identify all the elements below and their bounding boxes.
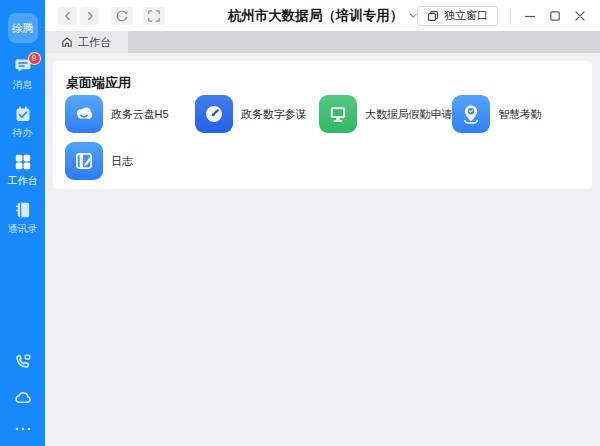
chevron-left-icon bbox=[62, 10, 74, 22]
sidebar-item-label: 通讯录 bbox=[8, 222, 38, 236]
standalone-window-label: 独立窗口 bbox=[444, 8, 488, 23]
app-smart-attendance[interactable]: 智慧考勤 bbox=[452, 95, 542, 133]
desktop-apps-card: 桌面端应用 政务云盘 bbox=[53, 61, 592, 189]
sidebar-item-label: 工作台 bbox=[8, 174, 38, 188]
app-window: 徐腾 9 消息 bbox=[0, 0, 600, 446]
monitor-app-icon bbox=[319, 95, 357, 133]
back-button[interactable] bbox=[58, 7, 77, 25]
app-attendance-request[interactable]: 大数据局假勤申请 bbox=[319, 95, 452, 133]
org-title-dropdown[interactable]: 杭州市大数据局（培训专用） bbox=[228, 0, 418, 31]
chat-bubble-icon: 9 bbox=[14, 57, 32, 75]
fullscreen-button[interactable] bbox=[143, 7, 165, 25]
maximize-icon bbox=[549, 10, 561, 22]
unread-count-badge: 9 bbox=[28, 52, 41, 65]
app-label: 智慧考勤 bbox=[498, 107, 542, 122]
minimize-button[interactable] bbox=[517, 4, 542, 28]
minimize-icon bbox=[524, 10, 536, 22]
topbar-right: 独立窗口 bbox=[417, 4, 592, 28]
app-cloud-drive-h5[interactable]: 政务云盘H5 bbox=[65, 95, 168, 133]
sidebar-item-contacts[interactable]: 通讯录 bbox=[0, 201, 45, 236]
app-label: 政务数字参谋 bbox=[241, 107, 306, 122]
location-pin-check-app-icon bbox=[452, 95, 490, 133]
app-journal[interactable]: 日志 bbox=[65, 142, 133, 180]
sidebar-item-label: 待办 bbox=[13, 126, 33, 140]
workbench-content: 桌面端应用 政务云盘 bbox=[45, 53, 600, 446]
sidebar: 徐腾 9 消息 bbox=[0, 0, 45, 446]
app-digital-advisor[interactable]: 政务数字参谋 bbox=[195, 95, 306, 133]
window-copy-icon bbox=[427, 10, 439, 22]
cloud-app-icon bbox=[65, 95, 103, 133]
sidebar-item-label: 消息 bbox=[13, 78, 33, 92]
journal-pen-app-icon bbox=[65, 142, 103, 180]
avatar[interactable]: 徐腾 bbox=[8, 13, 38, 43]
topbar: 杭州市大数据局（培训专用） 独立窗口 bbox=[45, 0, 600, 31]
home-icon bbox=[61, 36, 73, 48]
app-label: 日志 bbox=[111, 154, 133, 169]
more-dots-icon[interactable] bbox=[14, 424, 32, 434]
refresh-button[interactable] bbox=[111, 7, 133, 25]
sidebar-nav: 9 消息 待办 bbox=[0, 57, 45, 236]
cloud-disk-icon[interactable] bbox=[13, 388, 33, 408]
caret-down-icon bbox=[409, 13, 417, 19]
tab-workbench[interactable]: 工作台 bbox=[45, 31, 128, 53]
page-title: 杭州市大数据局（培训专用） bbox=[228, 7, 404, 25]
section-title: 桌面端应用 bbox=[66, 74, 131, 92]
tab-bar: 工作台 bbox=[45, 31, 600, 53]
standalone-window-button[interactable]: 独立窗口 bbox=[417, 6, 498, 26]
chevron-right-icon bbox=[84, 10, 96, 22]
app-label: 大数据局假勤申请 bbox=[365, 107, 452, 122]
forward-button[interactable] bbox=[80, 7, 99, 25]
gauge-app-icon bbox=[195, 95, 233, 133]
todo-calendar-check-icon bbox=[14, 105, 32, 123]
maximize-button[interactable] bbox=[542, 4, 567, 28]
fullscreen-icon bbox=[147, 9, 161, 23]
workbench-grid-icon bbox=[14, 153, 32, 171]
contacts-book-icon bbox=[14, 201, 32, 219]
history-nav-group bbox=[58, 7, 99, 25]
close-icon bbox=[574, 10, 586, 22]
close-button[interactable] bbox=[567, 4, 592, 28]
sidebar-item-messages[interactable]: 9 消息 bbox=[0, 57, 45, 92]
topbar-divider bbox=[510, 9, 511, 23]
app-label: 政务云盘H5 bbox=[111, 107, 168, 122]
avatar-initials: 徐腾 bbox=[12, 21, 34, 36]
phone-call-icon[interactable] bbox=[13, 352, 33, 372]
refresh-icon bbox=[115, 9, 129, 23]
sidebar-bottom bbox=[13, 352, 33, 434]
tab-label: 工作台 bbox=[78, 35, 111, 50]
sidebar-item-workbench[interactable]: 工作台 bbox=[0, 153, 45, 188]
sidebar-item-todo[interactable]: 待办 bbox=[0, 105, 45, 140]
main-area: 杭州市大数据局（培训专用） 独立窗口 bbox=[45, 0, 600, 446]
